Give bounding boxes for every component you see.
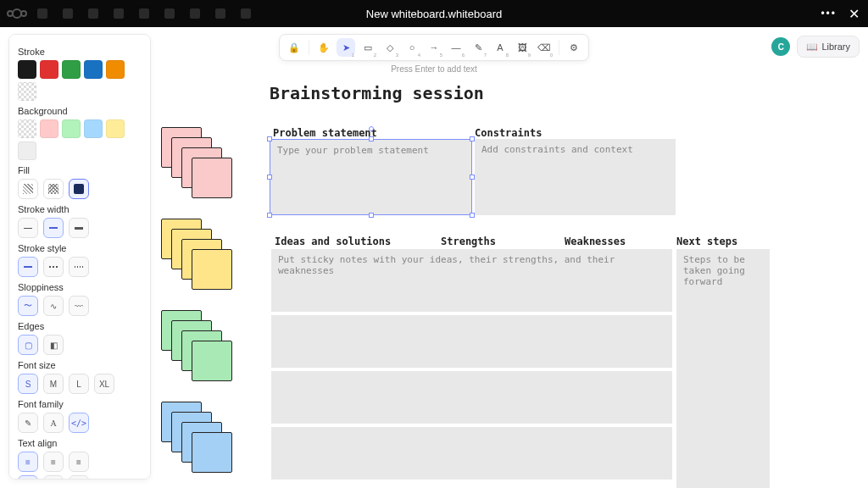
stroke-swatch[interactable] [40, 60, 58, 79]
close-icon[interactable]: ✕ [849, 6, 860, 22]
fill-solid[interactable] [69, 179, 89, 199]
constraints-placeholder: Add constraints and context [481, 144, 633, 155]
font-normal[interactable]: A [43, 413, 64, 433]
ideas-label[interactable]: Ideas and solutions [275, 236, 391, 247]
strengths-label[interactable]: Strengths [441, 236, 496, 247]
fill-cross[interactable] [43, 179, 64, 199]
stroke-dotted[interactable] [69, 257, 89, 277]
document-title: New whiteboard.whiteboard [366, 8, 502, 20]
stroke-thin[interactable] [18, 218, 38, 238]
font-family-row: ✎ A </> [18, 413, 142, 433]
constraints-box[interactable]: Add constraints and context [475, 139, 676, 215]
font-size-xl[interactable]: XL [94, 374, 114, 394]
font-size-row: S M L XL [18, 374, 142, 394]
stroke-swatch[interactable] [62, 60, 81, 79]
app-logo-area [7, 8, 251, 19]
bg-swatch[interactable] [40, 119, 58, 138]
sticky-stack-blue[interactable] [161, 402, 237, 485]
stroke-medium[interactable] [43, 218, 64, 238]
top-nav-icons [37, 8, 251, 19]
valign-bottom[interactable]: ⬇ [69, 475, 89, 480]
bg-swatch[interactable] [106, 119, 125, 138]
stroke-color-row [18, 60, 142, 101]
stroke-style-heading: Stroke style [18, 243, 142, 253]
font-size-s[interactable]: S [18, 374, 38, 394]
selected-problem-box[interactable]: Type your problem statement [270, 139, 472, 215]
align-right[interactable]: ≡ [69, 452, 89, 472]
whiteboard-canvas[interactable]: Brainstorming session Problem statement … [156, 32, 861, 488]
stroke-swatch[interactable] [18, 60, 36, 79]
sticky-stack-yellow[interactable] [161, 219, 237, 302]
align-left[interactable]: ≡ [18, 452, 38, 472]
svg-point-0 [13, 9, 21, 18]
bg-swatch[interactable] [62, 119, 81, 138]
sticky-stack-green[interactable] [161, 310, 237, 393]
text-align-heading: Text align [18, 438, 142, 448]
slop-architect[interactable]: 〜 [18, 296, 38, 316]
font-code[interactable]: </> [69, 413, 89, 433]
font-size-m[interactable]: M [43, 374, 64, 394]
properties-panel: Stroke Background Fill Stroke width Stro… [8, 34, 151, 480]
text-valign-row: ⬆ ↕ ⬇ [18, 475, 142, 480]
sloppiness-row: 〜 ∿ 〰 [18, 296, 142, 316]
board-title[interactable]: Brainstorming session [270, 83, 484, 103]
valign-top[interactable]: ⬆ [18, 475, 38, 480]
fill-hachure[interactable] [18, 179, 38, 199]
stroke-width-row [18, 218, 142, 238]
font-family-heading: Font family [18, 399, 142, 409]
more-icon[interactable]: ••• [821, 8, 837, 19]
ideas-row-3[interactable] [271, 371, 672, 424]
stroke-width-heading: Stroke width [18, 204, 142, 214]
text-align-row: ≡ ≡ ≡ [18, 452, 142, 472]
edges-sharp[interactable]: ▢ [18, 335, 38, 355]
ideas-placeholder: Put sticky notes with your ideas, their … [278, 254, 615, 276]
stroke-swatch[interactable] [84, 60, 103, 79]
nextcloud-logo-icon [7, 8, 27, 19]
font-hand[interactable]: ✎ [18, 413, 38, 433]
ideas-row-1[interactable]: Put sticky notes with your ideas, their … [271, 249, 672, 312]
ideas-row-2[interactable] [271, 315, 672, 368]
fill-row [18, 179, 142, 199]
font-size-heading: Font size [18, 360, 142, 370]
svg-point-2 [21, 11, 26, 16]
slop-artist[interactable]: ∿ [43, 296, 64, 316]
top-bar: New whiteboard.whiteboard ••• ✕ [0, 0, 868, 27]
background-heading: Background [18, 106, 142, 116]
bg-custom-swatch[interactable] [18, 141, 36, 160]
align-center[interactable]: ≡ [43, 452, 64, 472]
fill-heading: Fill [18, 165, 142, 175]
edges-round[interactable]: ◧ [43, 335, 64, 355]
valign-middle[interactable]: ↕ [43, 475, 64, 480]
weaknesses-label[interactable]: Weaknesses [565, 236, 626, 247]
problem-placeholder[interactable]: Type your problem statement [277, 145, 429, 156]
edges-row: ▢ ◧ [18, 335, 142, 355]
ideas-row-4[interactable] [271, 427, 672, 480]
stroke-custom-swatch[interactable] [18, 82, 36, 101]
problem-label[interactable]: Problem statement [273, 127, 377, 139]
stroke-swatch[interactable] [106, 60, 125, 79]
stroke-thick[interactable] [69, 218, 89, 238]
sloppiness-heading: Sloppiness [18, 282, 142, 292]
bg-swatch[interactable] [18, 119, 36, 138]
next-steps-label[interactable]: Next steps [676, 236, 737, 247]
next-steps-box[interactable]: Steps to be taken going forward [676, 249, 770, 488]
sticky-stack-pink[interactable] [161, 127, 237, 210]
edges-heading: Edges [18, 321, 142, 331]
font-size-l[interactable]: L [69, 374, 89, 394]
stroke-heading: Stroke [18, 47, 142, 57]
stroke-dashed[interactable] [43, 257, 64, 277]
stroke-solid[interactable] [18, 257, 38, 277]
background-color-row [18, 119, 142, 160]
bg-swatch[interactable] [84, 119, 103, 138]
slop-cartoonist[interactable]: 〰 [69, 296, 89, 316]
constraints-label[interactable]: Constraints [475, 127, 542, 139]
next-steps-placeholder: Steps to be taken going forward [683, 254, 745, 287]
stroke-style-row [18, 257, 142, 277]
svg-point-1 [8, 11, 13, 16]
